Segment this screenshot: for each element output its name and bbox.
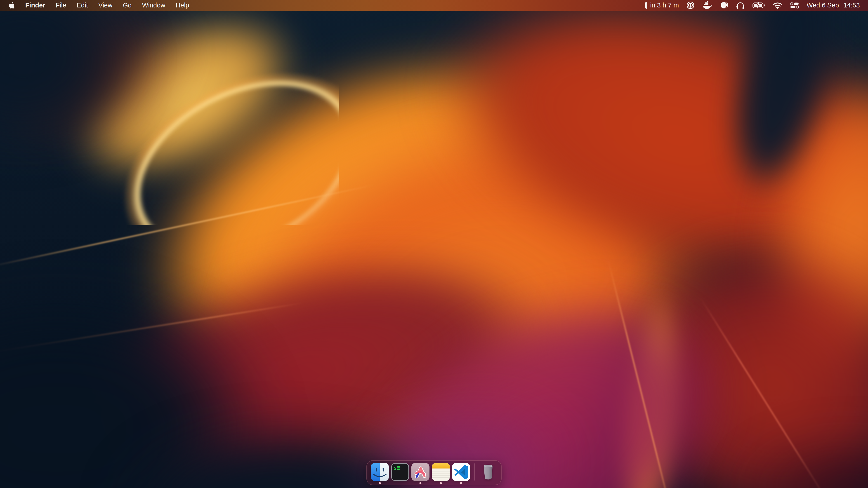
dock-item-trash[interactable] <box>479 462 498 482</box>
apple-menu[interactable] <box>9 2 20 9</box>
menu-bar: Finder File Edit View Go Window Help in … <box>0 0 868 11</box>
docker-icon[interactable] <box>702 1 712 9</box>
dock-item-notes[interactable] <box>431 462 450 482</box>
desktop-wallpaper <box>0 0 868 488</box>
battery-charging-icon[interactable] <box>752 2 765 8</box>
dock-item-arc[interactable] <box>411 462 430 482</box>
menu-bar-clock[interactable]: Wed 6 Sep 14:53 <box>807 2 860 9</box>
control-center-icon[interactable] <box>790 2 799 8</box>
running-indicator <box>379 482 381 484</box>
dock-item-finder[interactable] <box>370 462 389 482</box>
focus-moon-icon[interactable] <box>720 1 728 9</box>
dock-divider <box>474 463 475 481</box>
dock-item-vscode[interactable] <box>452 462 471 482</box>
menu-bar-left: Finder File Edit View Go Window Help <box>0 0 194 11</box>
menu-view[interactable]: View <box>93 0 118 11</box>
running-indicator <box>420 482 422 484</box>
menu-app-finder[interactable]: Finder <box>20 0 51 11</box>
menu-bar-status: in 3 h 7 m <box>645 1 868 9</box>
status-timer[interactable]: in 3 h 7 m <box>645 2 679 9</box>
timer-bar-icon <box>645 2 647 9</box>
clock-date: Wed 6 Sep <box>807 2 839 9</box>
running-indicator <box>460 482 462 484</box>
dock-item-terminal[interactable]: $ <box>391 462 410 482</box>
headphones-icon[interactable] <box>736 1 745 9</box>
1password-icon[interactable] <box>686 1 694 9</box>
svg-text:$: $ <box>394 465 397 471</box>
menu-go[interactable]: Go <box>118 0 137 11</box>
wifi-icon[interactable] <box>773 2 782 9</box>
running-indicator <box>440 482 442 484</box>
clock-time: 14:53 <box>843 2 860 9</box>
menu-edit[interactable]: Edit <box>71 0 93 11</box>
timer-label: in 3 h 7 m <box>650 2 679 9</box>
apple-logo-icon <box>9 2 15 9</box>
dock: $ <box>366 460 502 485</box>
menu-help[interactable]: Help <box>170 0 194 11</box>
menu-file[interactable]: File <box>51 0 71 11</box>
menu-window[interactable]: Window <box>137 0 170 11</box>
